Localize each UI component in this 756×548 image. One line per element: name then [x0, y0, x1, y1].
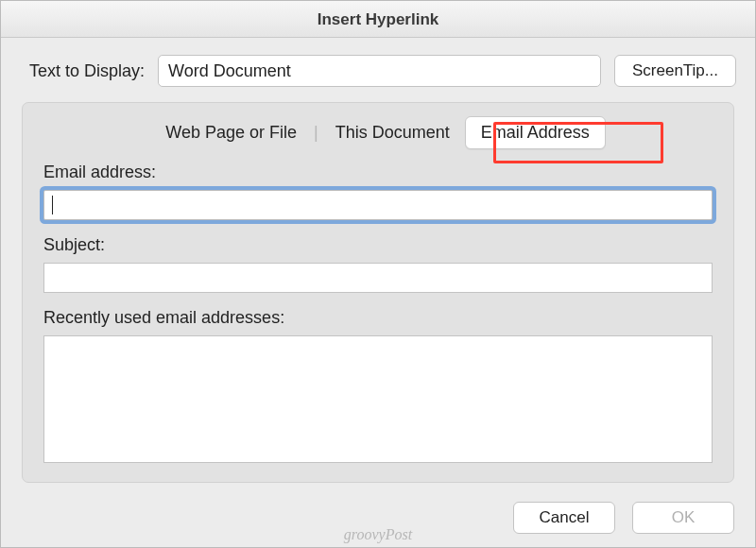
hyperlink-panel: Web Page or File | This Document Email A… — [22, 102, 734, 483]
text-to-display-label: Text to Display: — [24, 61, 145, 81]
text-to-display-row: Text to Display: ScreenTip... — [1, 38, 755, 102]
cancel-button[interactable]: Cancel — [513, 502, 615, 534]
tab-separator: | — [312, 123, 320, 143]
recent-addresses-list[interactable] — [43, 335, 713, 463]
screentip-button[interactable]: ScreenTip... — [614, 55, 736, 87]
ok-button[interactable]: OK — [632, 502, 734, 534]
dialog-footer: Cancel OK groovyPost — [1, 494, 755, 547]
text-to-display-input[interactable] — [158, 55, 601, 87]
tab-bar: Web Page or File | This Document Email A… — [43, 116, 713, 163]
recent-addresses-label: Recently used email addresses: — [43, 308, 713, 328]
subject-input[interactable] — [43, 263, 713, 293]
panel-wrap: Web Page or File | This Document Email A… — [1, 102, 755, 494]
tab-email-address[interactable]: Email Address — [465, 116, 606, 149]
tab-web-page[interactable]: Web Page or File — [150, 117, 312, 148]
tab-this-document[interactable]: This Document — [320, 117, 465, 148]
email-address-input[interactable] — [43, 190, 713, 220]
watermark-text: groovyPost — [344, 526, 412, 543]
insert-hyperlink-dialog: Insert Hyperlink Text to Display: Screen… — [0, 0, 756, 548]
dialog-title: Insert Hyperlink — [1, 1, 755, 38]
email-address-label: Email address: — [43, 163, 713, 182]
subject-label: Subject: — [43, 235, 713, 255]
